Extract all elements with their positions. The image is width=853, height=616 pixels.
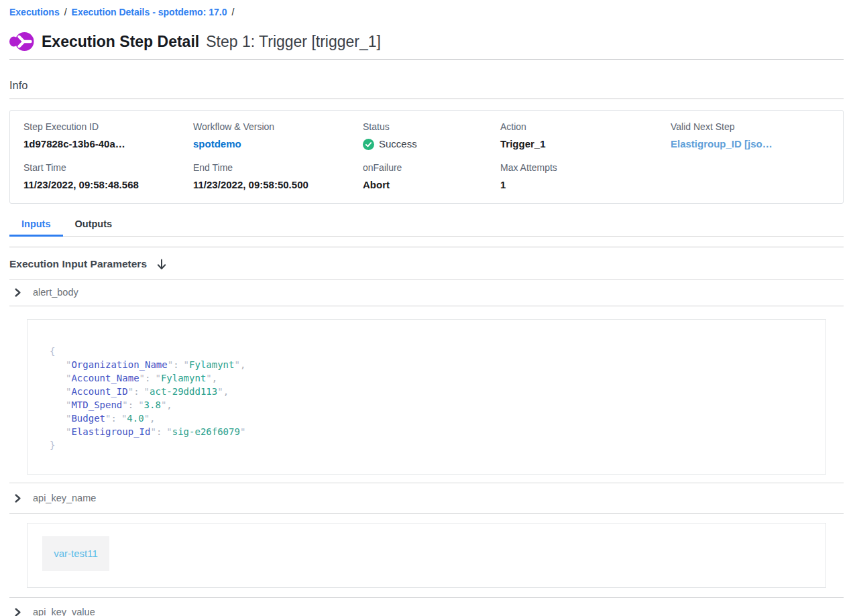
info-field-onfailure: onFailure Abort (363, 162, 500, 191)
info-field-end-time: End Time 11/23/2022, 09:58:50.500 (193, 162, 363, 191)
breadcrumb-link-execution-details[interactable]: Execution Details - spotdemo: 17.0 (72, 7, 227, 17)
info-field-max-attempts: Max Attempts 1 (500, 162, 671, 191)
breadcrumb-link-executions[interactable]: Executions (9, 7, 60, 17)
info-field-workflow-version: Workflow & Version spotdemo (193, 121, 363, 150)
api-key-name-content: var-test11 (27, 523, 826, 588)
field-label: Valid Next Step (671, 121, 830, 132)
page-header: Execution Step Detail Step 1: Trigger [t… (9, 29, 844, 54)
section-label: api_key_value (33, 607, 95, 616)
success-check-icon (363, 139, 374, 150)
divider (9, 99, 844, 99)
info-section-heading: Info (9, 79, 844, 92)
field-value: 1 (500, 179, 671, 191)
info-field-step-execution-id: Step Execution ID 1d97828c-13b6-40a… (23, 121, 193, 150)
field-value: 1d97828c-13b6-40a… (23, 138, 193, 150)
json-line: { (50, 345, 803, 358)
breadcrumb: Executions/Execution Details - spotdemo:… (9, 0, 844, 18)
json-entry: "Organization_Name":"Fylamynt", (50, 358, 803, 371)
json-entry: "Elastigroup_Id":"sig-e26f6079" (50, 425, 803, 438)
json-entry: "Account_Name":"Fylamynt", (50, 371, 803, 385)
section-label: api_key_name (33, 493, 96, 503)
section-row-api-key-name[interactable]: api_key_name (9, 483, 844, 514)
section-row-api-key-value[interactable]: api_key_value (9, 598, 844, 616)
chevron-right-icon (13, 608, 22, 616)
breadcrumb-separator: / (231, 7, 234, 17)
field-label: Step Execution ID (23, 121, 193, 132)
json-entry: "MTD_Spend":"3.8", (50, 398, 803, 412)
field-value: Trigger_1 (500, 138, 671, 150)
status-text: Success (379, 138, 417, 150)
tab-outputs[interactable]: Outputs (63, 213, 125, 236)
tab-inputs[interactable]: Inputs (9, 213, 63, 237)
field-label: Workflow & Version (193, 121, 363, 132)
status-badge: Success (363, 138, 500, 150)
api-key-name-value: var-test11 (42, 536, 109, 571)
field-label: End Time (193, 162, 363, 173)
params-title: Execution Input Parameters (9, 257, 147, 271)
field-label: onFailure (363, 162, 500, 173)
info-card: Step Execution ID 1d97828c-13b6-40a… Wor… (9, 110, 844, 204)
info-field-action: Action Trigger_1 (500, 121, 671, 150)
chevron-right-icon (13, 494, 22, 503)
workflow-link[interactable]: spotdemo (193, 138, 241, 149)
alert-body-content: { "Organization_Name":"Fylamynt", "Accou… (27, 319, 826, 475)
inputs-outputs-tabs: Inputs Outputs (9, 213, 844, 237)
field-value: 11/23/2022, 09:58:50.500 (193, 179, 363, 191)
field-label: Action (500, 121, 671, 132)
divider (9, 59, 844, 60)
divider (9, 247, 844, 247)
info-field-status: Status Success (363, 121, 500, 150)
arrow-down-icon[interactable] (157, 259, 166, 270)
next-step-link[interactable]: Elastigroup_ID [jso… (671, 138, 773, 149)
json-entry: "Budget":"4.0", (50, 412, 803, 425)
page-subtitle: Step 1: Trigger [trigger_1] (206, 33, 381, 51)
page-title: Execution Step Detail (42, 33, 199, 51)
chevron-right-icon (13, 288, 22, 297)
field-value: 11/23/2022, 09:58:48.568 (23, 179, 193, 191)
section-label: alert_body (33, 287, 78, 298)
info-field-valid-next-step: Valid Next Step Elastigroup_ID [jso… (671, 121, 830, 150)
field-label: Status (363, 121, 500, 132)
execution-step-detail-page: Executions/Execution Details - spotdemo:… (0, 0, 853, 616)
json-line: } (50, 438, 803, 452)
field-value: Abort (363, 179, 500, 191)
field-label: Max Attempts (500, 162, 671, 173)
fylamynt-logo-icon (9, 31, 34, 52)
json-entry: "Account_ID":"act-29ddd113", (50, 385, 803, 398)
alert-body-json: { "Organization_Name":"Fylamynt", "Accou… (50, 345, 803, 452)
field-label: Start Time (23, 162, 193, 173)
section-row-alert-body[interactable]: alert_body (9, 280, 844, 306)
execution-input-parameters-header: Execution Input Parameters (9, 257, 844, 271)
info-field-start-time: Start Time 11/23/2022, 09:58:48.568 (23, 162, 193, 191)
breadcrumb-separator: / (64, 7, 67, 17)
